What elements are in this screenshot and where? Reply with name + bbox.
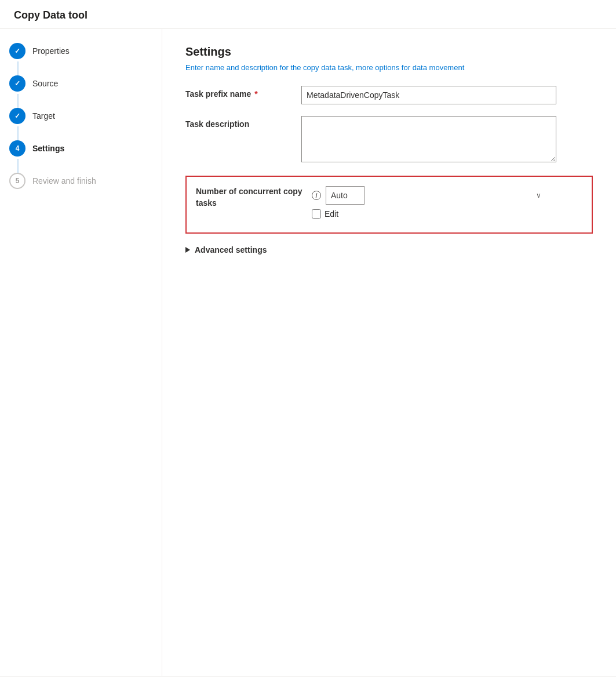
footer: ‹ Previous Next › — [0, 676, 616, 680]
header: Copy Data tool — [0, 0, 616, 29]
checkmark-icon: ✓ — [14, 79, 20, 88]
advanced-settings-label: Advanced settings — [195, 245, 267, 254]
content-title: Settings — [185, 45, 593, 59]
step-label-review: Review and finish — [32, 176, 96, 186]
step-label-target: Target — [32, 111, 55, 121]
checkmark-icon: ✓ — [14, 112, 20, 120]
required-star: * — [252, 89, 257, 99]
step-circle-review: 5 — [9, 173, 25, 189]
task-description-label: Task description — [185, 116, 301, 129]
edit-checkbox[interactable] — [312, 209, 321, 219]
step-circle-settings: 4 — [9, 140, 25, 157]
sidebar-item-properties[interactable]: ✓ Properties — [9, 43, 152, 59]
step-circle-source: ✓ — [9, 75, 25, 92]
task-prefix-name-control — [301, 86, 556, 104]
select-wrapper: i Auto 1 2 4 8 16 ∨ — [312, 186, 582, 205]
sidebar-item-review[interactable]: 5 Review and finish — [9, 173, 152, 189]
step-label-source: Source — [32, 79, 58, 88]
concurrent-row: Number of concurrent copy tasks i Auto 1… — [196, 186, 582, 219]
step-circle-properties: ✓ — [9, 43, 25, 59]
edit-label: Edit — [325, 209, 338, 219]
concurrent-section: Number of concurrent copy tasks i Auto 1… — [185, 176, 593, 234]
step-number-review: 5 — [16, 177, 20, 185]
sidebar-item-source[interactable]: ✓ Source — [9, 75, 152, 92]
step-number-settings: 4 — [16, 144, 20, 152]
chevron-down-icon: ∨ — [536, 191, 541, 199]
concurrent-controls: i Auto 1 2 4 8 16 ∨ — [312, 186, 582, 219]
info-icon-wrap: i — [312, 191, 321, 200]
info-icon: i — [312, 191, 321, 200]
content-area: Settings Enter name and description for … — [162, 29, 616, 676]
concurrent-select[interactable]: Auto 1 2 4 8 16 — [326, 186, 365, 205]
content-subtitle: Enter name and description for the copy … — [185, 63, 593, 72]
sidebar-item-target[interactable]: ✓ Target — [9, 108, 152, 124]
content-spacer — [185, 266, 593, 660]
select-container: Auto 1 2 4 8 16 ∨ — [326, 186, 546, 205]
advanced-settings-row[interactable]: Advanced settings — [185, 245, 593, 254]
page-title: Copy Data tool — [14, 9, 88, 21]
edit-row: Edit — [312, 209, 582, 219]
main-layout: ✓ Properties ✓ Source ✓ Target 4 Setting… — [0, 29, 616, 676]
step-label-settings: Settings — [32, 144, 64, 153]
step-circle-target: ✓ — [9, 108, 25, 124]
triangle-right-icon — [185, 247, 190, 253]
task-description-group: Task description — [185, 116, 593, 164]
task-prefix-name-label: Task prefix name * — [185, 86, 301, 99]
checkmark-icon: ✓ — [14, 47, 20, 55]
task-prefix-name-input[interactable] — [301, 86, 556, 104]
sidebar: ✓ Properties ✓ Source ✓ Target 4 Setting… — [0, 29, 162, 676]
task-description-control — [301, 116, 556, 164]
step-label-properties: Properties — [32, 46, 70, 56]
concurrent-label: Number of concurrent copy tasks — [196, 186, 312, 209]
task-prefix-name-group: Task prefix name * — [185, 86, 593, 104]
sidebar-item-settings[interactable]: 4 Settings — [9, 140, 152, 157]
task-description-input[interactable] — [301, 116, 556, 162]
